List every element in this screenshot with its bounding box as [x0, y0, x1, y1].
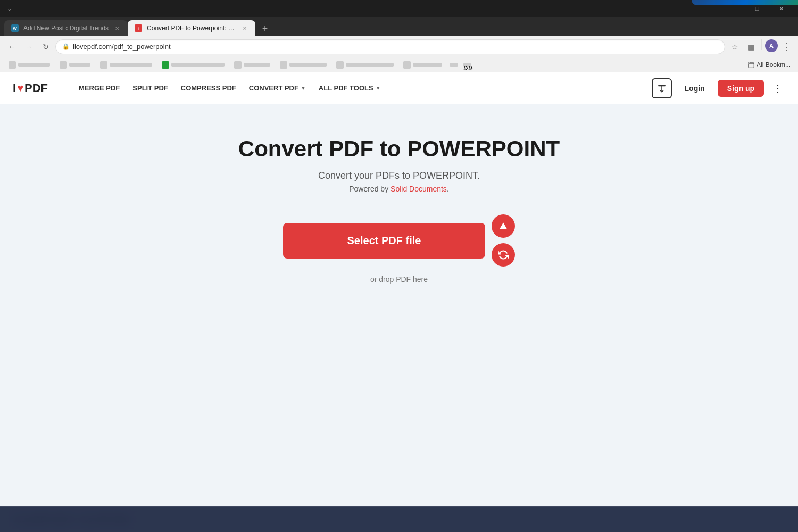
merge-pdf-link[interactable]: MERGE PDF	[73, 81, 125, 95]
reload-button[interactable]: ↻	[38, 39, 53, 54]
bookmark-favicon-1	[9, 61, 16, 69]
bookmark-label-5	[244, 63, 270, 67]
ilovepdf-favicon: i	[134, 24, 143, 32]
ilovepdf-logo[interactable]: I ♥ PDF	[13, 81, 48, 95]
bookmark-label-6	[289, 63, 327, 67]
title-bar: ⌄ − □ ×	[0, 0, 798, 17]
logo-i: I	[13, 81, 16, 95]
logo-pdf-text: PDF	[24, 81, 48, 95]
bookmark-label-8	[413, 63, 442, 67]
minimize-button[interactable]: −	[720, 0, 745, 17]
download-app-button[interactable]	[652, 78, 672, 98]
bookmark-label-3	[110, 63, 152, 67]
download-icon	[657, 84, 667, 93]
lock-icon: 🔒	[62, 43, 70, 50]
site-nav-links: MERGE PDF SPLIT PDF COMPRESS PDF CONVERT…	[73, 81, 635, 95]
dropbox-icon	[498, 250, 509, 260]
select-pdf-button[interactable]: Select PDF file	[283, 223, 485, 259]
bookmarks-bar: »» All Bookm...	[0, 57, 798, 72]
bookmark-item-7[interactable]	[332, 60, 398, 70]
bookmark-item-6[interactable]	[276, 60, 331, 70]
forward-button[interactable]: →	[21, 39, 36, 54]
bookmark-label-2	[69, 63, 90, 67]
nav-bar: ← → ↻ 🔒 ilovepdf.com/pdf_to_powerpoint ☆…	[0, 36, 798, 57]
bookmark-label-9	[450, 63, 458, 67]
site-menu-icon[interactable]: ⋮	[770, 80, 785, 97]
tab-1-close[interactable]: ✕	[113, 24, 121, 32]
bookmark-favicon-8	[403, 61, 411, 69]
google-drive-upload-button[interactable]	[492, 214, 515, 238]
tab-ilovepdf[interactable]: i Convert PDF to Powerpoint: PD ✕	[128, 20, 255, 36]
tab-2-title: Convert PDF to Powerpoint: PD	[147, 24, 236, 32]
page-title: Convert PDF to POWERPOINT	[238, 136, 560, 162]
back-button[interactable]: ←	[4, 39, 19, 54]
bookmark-favicon-3	[100, 61, 107, 69]
bookmark-label-7	[346, 63, 394, 67]
address-bar[interactable]: 🔒 ilovepdf.com/pdf_to_powerpoint	[55, 39, 725, 54]
drop-text: or drop PDF here	[370, 275, 428, 284]
bookmark-item-2[interactable]	[55, 60, 95, 70]
ilove-favicon-icon: i	[135, 24, 142, 32]
signup-button[interactable]: Sign up	[718, 80, 764, 97]
folder-icon	[747, 61, 755, 69]
url-display: ilovepdf.com/pdf_to_powerpoint	[73, 43, 718, 51]
site-nav-right: Login Sign up ⋮	[652, 78, 785, 98]
wp-favicon-icon: W	[11, 24, 19, 32]
nav-actions: ☆ ▦ A ⋮	[727, 39, 794, 54]
new-tab-button[interactable]: +	[257, 21, 272, 36]
bookmark-item-8[interactable]	[399, 60, 446, 70]
close-button[interactable]: ×	[769, 0, 794, 17]
website-content: I ♥ PDF MERGE PDF SPLIT PDF COMPRESS PDF	[0, 72, 798, 532]
upload-area: Select PDF file	[283, 214, 515, 267]
bookmark-favicon-5	[234, 61, 242, 69]
svg-rect-0	[749, 63, 754, 68]
page-subtitle: Convert your PDFs to POWERPOINT.	[318, 170, 480, 181]
page-wrapper: ⌄ − □ × W Add New Post ‹ Digital Trends …	[0, 0, 798, 532]
tab-1-title: Add New Post ‹ Digital Trends	[23, 24, 109, 32]
bookmark-icon[interactable]: ☆	[727, 39, 742, 54]
svg-rect-2	[658, 85, 666, 86]
tab-2-close[interactable]: ✕	[240, 24, 249, 32]
bookmarks-more-button[interactable]: All Bookm...	[744, 60, 794, 70]
bookmark-label-1	[18, 63, 50, 67]
all-tools-arrow: ▼	[376, 85, 381, 91]
tabs-bar: W Add New Post ‹ Digital Trends ✕ i Conv…	[0, 17, 798, 36]
upload-cloud-icons	[492, 214, 515, 267]
browser-window: ⌄ − □ × W Add New Post ‹ Digital Trends …	[0, 0, 798, 532]
chrome-menu-button[interactable]: ⋮	[779, 39, 794, 54]
split-pdf-link[interactable]: SPLIT PDF	[127, 81, 173, 95]
logo-heart-icon: ♥	[17, 82, 23, 94]
profile-avatar[interactable]: A	[765, 39, 778, 52]
wordpress-favicon: W	[11, 24, 19, 32]
ilovepdf-navbar: I ♥ PDF MERGE PDF SPLIT PDF COMPRESS PDF	[0, 72, 798, 104]
bookmarks-more-label: All Bookm...	[757, 61, 791, 69]
bookmark-more-indicator: »»	[463, 63, 471, 67]
bookmark-favicon-2	[60, 61, 67, 69]
restore-button[interactable]: □	[745, 0, 769, 17]
windows-taskbar	[0, 506, 798, 532]
dropbox-upload-button[interactable]	[492, 243, 515, 267]
convert-pdf-link[interactable]: CONVERT PDF ▼	[244, 81, 311, 95]
bookmark-favicon-7	[336, 61, 344, 69]
google-drive-icon	[498, 221, 509, 231]
bookmark-item-1[interactable]	[4, 60, 54, 70]
convert-pdf-arrow: ▼	[301, 85, 306, 91]
compress-pdf-link[interactable]: COMPRESS PDF	[176, 81, 242, 95]
bookmark-favicon-4	[162, 61, 169, 69]
bookmark-item-3[interactable]	[96, 60, 156, 70]
bookmark-label-4	[171, 63, 225, 67]
solid-documents-link[interactable]: Solid Documents	[390, 185, 447, 193]
tab-list-button[interactable]: ⌄	[4, 3, 15, 14]
all-pdf-tools-link[interactable]: ALL PDF TOOLS ▼	[313, 81, 386, 95]
powered-by-text: Powered by Solid Documents.	[349, 185, 449, 193]
bookmark-favicon-6	[280, 61, 287, 69]
main-content: Convert PDF to POWERPOINT Convert your P…	[0, 104, 798, 423]
extensions-icon[interactable]: ▦	[743, 39, 758, 54]
tab-add-new-post[interactable]: W Add New Post ‹ Digital Trends ✕	[4, 20, 128, 36]
bookmark-item-5[interactable]	[230, 60, 275, 70]
bookmark-item-4[interactable]	[157, 60, 229, 70]
login-button[interactable]: Login	[678, 81, 711, 96]
